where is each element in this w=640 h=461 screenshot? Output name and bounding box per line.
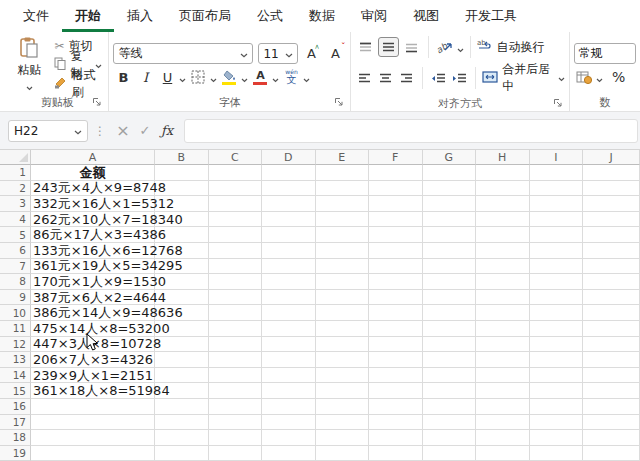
- cell-D15[interactable]: [262, 383, 316, 399]
- cell-B10[interactable]: [155, 305, 209, 321]
- cell-C7[interactable]: [209, 259, 263, 275]
- cell-F17[interactable]: [369, 415, 423, 431]
- cell-A2[interactable]: 243元×4人×9=8748: [31, 181, 155, 197]
- cell-B14[interactable]: [155, 368, 209, 384]
- cell-A7[interactable]: 361元×19人×5=34295: [31, 259, 155, 275]
- cell-F15[interactable]: [369, 383, 423, 399]
- cell-H13[interactable]: [476, 352, 530, 368]
- cell-D14[interactable]: [262, 368, 316, 384]
- cell-H8[interactable]: [476, 274, 530, 290]
- cell-G18[interactable]: [423, 430, 477, 446]
- align-right-button[interactable]: [397, 68, 416, 88]
- cell-E13[interactable]: [316, 352, 370, 368]
- cell-B15[interactable]: [155, 383, 209, 399]
- cell-D1[interactable]: [262, 165, 316, 181]
- increase-indent-button[interactable]: [450, 68, 469, 88]
- menu-tab-1[interactable]: 开始: [62, 0, 114, 32]
- cell-G16[interactable]: [423, 399, 477, 415]
- decrease-font-size-button[interactable]: Aˇ: [324, 44, 346, 64]
- cell-F4[interactable]: [369, 212, 423, 228]
- cell-H6[interactable]: [476, 243, 530, 259]
- row-header-16[interactable]: 16: [0, 399, 31, 415]
- menu-tab-8[interactable]: 开发工具: [452, 0, 530, 32]
- font-color-button[interactable]: A: [250, 67, 270, 87]
- cell-I19[interactable]: [530, 446, 584, 461]
- cell-G1[interactable]: [423, 165, 477, 181]
- cell-A9[interactable]: 387元×6人×2=4644: [31, 290, 155, 306]
- cell-E10[interactable]: [316, 305, 370, 321]
- cell-F14[interactable]: [369, 368, 423, 384]
- cell-I9[interactable]: [530, 290, 584, 306]
- italic-button[interactable]: I: [135, 67, 155, 87]
- cell-G13[interactable]: [423, 352, 477, 368]
- cell-E7[interactable]: [316, 259, 370, 275]
- row-header-3[interactable]: 3: [0, 196, 31, 212]
- align-top-button[interactable]: [355, 37, 376, 57]
- row-header-10[interactable]: 10: [0, 305, 31, 321]
- chevron-down-icon[interactable]: [179, 68, 186, 87]
- row-header-1[interactable]: 1: [0, 165, 31, 181]
- cell-C17[interactable]: [209, 415, 263, 431]
- cell-G14[interactable]: [423, 368, 477, 384]
- align-bottom-button[interactable]: [401, 37, 422, 57]
- cell-H14[interactable]: [476, 368, 530, 384]
- cell-H9[interactable]: [476, 290, 530, 306]
- alignment-dialog-launcher-icon[interactable]: [553, 98, 563, 111]
- cell-E8[interactable]: [316, 274, 370, 290]
- cell-C11[interactable]: [209, 321, 263, 337]
- chevron-down-icon[interactable]: [596, 68, 603, 87]
- cell-D4[interactable]: [262, 212, 316, 228]
- cell-D8[interactable]: [262, 274, 316, 290]
- chevron-down-icon[interactable]: [303, 68, 310, 87]
- cell-F1[interactable]: [369, 165, 423, 181]
- cell-F8[interactable]: [369, 274, 423, 290]
- cell-I4[interactable]: [530, 212, 584, 228]
- chevron-down-icon[interactable]: [210, 68, 217, 87]
- accounting-format-button[interactable]: [574, 67, 594, 87]
- cell-C12[interactable]: [209, 337, 263, 353]
- cell-B1[interactable]: [155, 165, 209, 181]
- insert-function-button[interactable]: ƒx: [156, 123, 178, 138]
- cell-H17[interactable]: [476, 415, 530, 431]
- row-header-17[interactable]: 17: [0, 415, 31, 431]
- cell-D6[interactable]: [262, 243, 316, 259]
- cell-H5[interactable]: [476, 227, 530, 243]
- cell-E2[interactable]: [316, 181, 370, 197]
- cell-C16[interactable]: [209, 399, 263, 415]
- cell-H1[interactable]: [476, 165, 530, 181]
- cell-I5[interactable]: [530, 227, 584, 243]
- cell-B5[interactable]: [155, 227, 209, 243]
- cell-C5[interactable]: [209, 227, 263, 243]
- menu-tab-2[interactable]: 插入: [114, 0, 166, 32]
- name-box[interactable]: H22: [8, 120, 88, 142]
- cell-J3[interactable]: [583, 196, 640, 212]
- font-dialog-launcher-icon[interactable]: [334, 97, 344, 110]
- row-header-7[interactable]: 7: [0, 259, 31, 275]
- cell-H15[interactable]: [476, 383, 530, 399]
- cell-A15[interactable]: 361×18人×8=51984: [31, 383, 155, 399]
- percent-style-button[interactable]: %: [609, 67, 629, 87]
- chevron-down-icon[interactable]: [457, 38, 464, 57]
- column-header-C[interactable]: C: [209, 150, 263, 165]
- cell-J11[interactable]: [583, 321, 640, 337]
- cell-D9[interactable]: [262, 290, 316, 306]
- cell-J10[interactable]: [583, 305, 640, 321]
- chevron-down-icon[interactable]: [272, 68, 279, 87]
- cell-F12[interactable]: [369, 337, 423, 353]
- cell-B3[interactable]: [155, 196, 209, 212]
- cell-B7[interactable]: [155, 259, 209, 275]
- cell-D10[interactable]: [262, 305, 316, 321]
- cell-G17[interactable]: [423, 415, 477, 431]
- cell-G8[interactable]: [423, 274, 477, 290]
- align-center-button[interactable]: [376, 68, 395, 88]
- cell-G11[interactable]: [423, 321, 477, 337]
- cell-J13[interactable]: [583, 352, 640, 368]
- cell-H2[interactable]: [476, 181, 530, 197]
- paste-button[interactable]: 粘贴: [10, 36, 48, 94]
- cell-D18[interactable]: [262, 430, 316, 446]
- column-header-I[interactable]: I: [530, 150, 584, 165]
- cell-E11[interactable]: [316, 321, 370, 337]
- cell-J6[interactable]: [583, 243, 640, 259]
- cell-A13[interactable]: 206×7人×3=4326: [31, 352, 155, 368]
- cell-E12[interactable]: [316, 337, 370, 353]
